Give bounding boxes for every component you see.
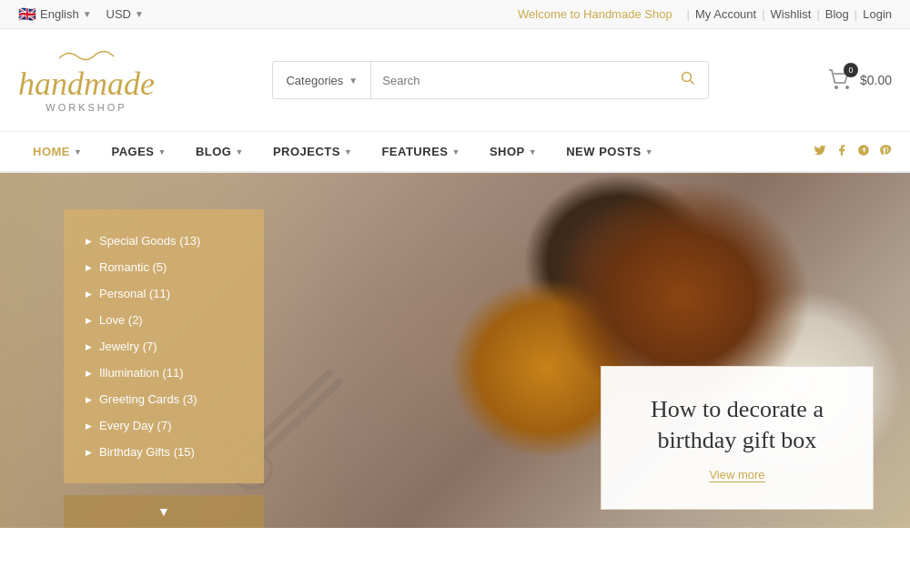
list-item[interactable]: ▶ Birthday Gifts (15) [86, 439, 242, 465]
search-input[interactable] [371, 62, 668, 98]
divider-3: | [816, 7, 819, 21]
top-bar-left: 🇬🇧 English ▼ USD ▼ [18, 5, 144, 23]
view-more-link[interactable]: View more [709, 468, 764, 482]
logo[interactable]: handmade workshop [18, 47, 155, 113]
nav-item-home[interactable]: HOME ▼ [18, 132, 96, 171]
logo-sub: workshop [46, 102, 126, 113]
welcome-text: Welcome to Handmade Shop [518, 7, 672, 21]
cat-arrow-icon: ▶ [86, 369, 92, 378]
list-item[interactable]: ▶ Jewelry (7) [86, 333, 242, 360]
divider-2: | [762, 7, 764, 21]
cat-arrow-icon: ▶ [86, 448, 92, 457]
nav-arrow-blog: ▼ [235, 147, 243, 157]
list-item[interactable]: ▶ Love (2) [86, 307, 242, 333]
svg-line-1 [691, 81, 694, 85]
category-list: ▶ Special Goods (13) ▶ Romantic (5) ▶ Pe… [86, 228, 242, 465]
pinterest-icon[interactable] [879, 144, 892, 159]
twitter-icon[interactable] [814, 144, 826, 159]
currency-dropdown-arrow: ▼ [135, 9, 144, 19]
header: handmade workshop Categories ▼ 0 $0.00 [0, 29, 910, 132]
hero-text-box: How to decorate a birthday gift box View… [601, 366, 874, 510]
nav-item-features[interactable]: FEATURES ▼ [367, 132, 475, 171]
lang-dropdown-arrow: ▼ [83, 9, 92, 19]
nav-item-pages[interactable]: PAGES ▼ [96, 132, 180, 171]
currency-label: USD [106, 7, 131, 21]
search-button[interactable] [668, 62, 708, 98]
currency-selector[interactable]: USD ▼ [106, 7, 144, 21]
svg-point-2 [834, 86, 838, 89]
hero-area: ▶ Special Goods (13) ▶ Romantic (5) ▶ Pe… [0, 173, 910, 528]
cart[interactable]: 0 $0.00 [827, 68, 892, 93]
logo-swirl [50, 47, 123, 66]
cat-arrow-icon: ▶ [86, 316, 92, 325]
cat-arrow-icon: ▶ [86, 237, 92, 246]
cat-arrow-icon: ▶ [86, 342, 92, 351]
cat-arrow-icon: ▶ [86, 263, 92, 272]
nav-item-blog[interactable]: BLOG ▼ [181, 132, 258, 171]
list-item[interactable]: ▶ Illumination (11) [86, 360, 242, 386]
nav-arrow-pages: ▼ [157, 147, 166, 157]
my-account-link[interactable]: My Account [695, 7, 756, 21]
nav-item-new-posts[interactable]: NEW POSTS ▼ [551, 132, 668, 171]
cart-icon-wrap: 0 [827, 68, 853, 93]
svg-point-3 [845, 86, 849, 89]
list-item[interactable]: ▶ Greeting Cards (3) [86, 386, 242, 412]
top-bar-right: Welcome to Handmade Shop | My Account | … [518, 7, 892, 21]
list-item[interactable]: ▶ Every Day (7) [86, 412, 242, 439]
categories-label: Categories [286, 74, 343, 87]
login-link[interactable]: Login [863, 7, 892, 21]
list-item[interactable]: ▶ Special Goods (13) [86, 228, 242, 254]
categories-arrow: ▼ [349, 76, 358, 86]
hero-title: How to decorate a birthday gift box [633, 394, 841, 456]
blog-link[interactable]: Blog [825, 7, 849, 21]
tumblr-icon[interactable] [857, 144, 870, 159]
nav-arrow-home: ▼ [74, 147, 82, 157]
search-area: Categories ▼ [272, 61, 709, 99]
cat-arrow-icon: ▶ [86, 395, 92, 404]
list-item[interactable]: ▶ Personal (11) [86, 280, 242, 307]
divider-1: | [687, 7, 690, 21]
nav-item-shop[interactable]: SHOP ▼ [475, 132, 551, 171]
navigation: HOME ▼ PAGES ▼ BLOG ▼ PROJECTS ▼ FEATURE… [0, 132, 910, 173]
list-item[interactable]: ▶ Romantic (5) [86, 254, 242, 280]
facebook-icon[interactable] [835, 144, 848, 159]
nav-links: HOME ▼ PAGES ▼ BLOG ▼ PROJECTS ▼ FEATURE… [18, 132, 668, 171]
language-label: English [40, 7, 79, 21]
categories-dropdown[interactable]: Categories ▼ [273, 62, 371, 98]
nav-item-projects[interactable]: PROJECTS ▼ [258, 132, 368, 171]
divider-4: | [854, 7, 857, 21]
wishlist-link[interactable]: Wishlist [771, 7, 812, 21]
nav-arrow-shop: ▼ [529, 147, 537, 157]
logo-text: handmade [18, 67, 155, 100]
social-links [814, 144, 892, 159]
cart-badge: 0 [844, 63, 858, 77]
language-selector[interactable]: 🇬🇧 English ▼ [18, 5, 92, 23]
sidebar-categories: ▶ Special Goods (13) ▶ Romantic (5) ▶ Pe… [64, 209, 264, 483]
cat-arrow-icon: ▶ [86, 289, 92, 299]
nav-arrow-projects: ▼ [344, 147, 352, 157]
sidebar-expand-button[interactable]: ▼ [64, 495, 264, 528]
expand-icon: ▼ [157, 504, 170, 519]
cart-price: $0.00 [860, 73, 892, 87]
top-bar: 🇬🇧 English ▼ USD ▼ Welcome to Handmade S… [0, 0, 910, 29]
flag-icon: 🇬🇧 [18, 5, 36, 23]
nav-arrow-new-posts: ▼ [645, 147, 653, 157]
cat-arrow-icon: ▶ [86, 421, 92, 431]
svg-point-0 [682, 73, 692, 82]
nav-arrow-features: ▼ [452, 147, 460, 157]
